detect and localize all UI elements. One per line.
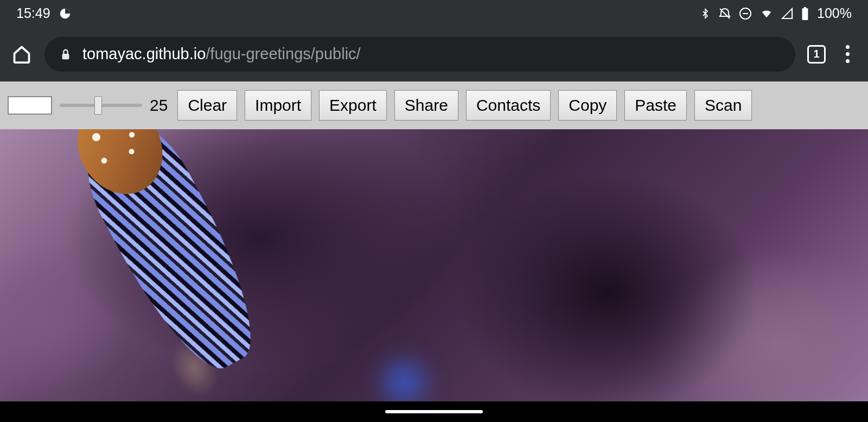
copy-button[interactable]: Copy <box>558 90 617 121</box>
url-path: /fugu-greetings/public/ <box>206 45 360 63</box>
dnd-icon <box>739 7 752 20</box>
status-left: 15:49 <box>16 5 71 21</box>
share-button[interactable]: Share <box>394 90 458 121</box>
url-display: tomayac.github.io/fugu-greetings/public/ <box>82 45 361 63</box>
android-status-bar: 15:49 100% <box>0 0 868 27</box>
svg-rect-5 <box>62 54 69 59</box>
canvas-area[interactable] <box>0 129 868 401</box>
wifi-icon <box>760 8 774 20</box>
tab-switcher-button[interactable]: 1 <box>807 45 826 64</box>
canvas-image <box>2 129 341 401</box>
battery-icon <box>801 7 809 21</box>
battery-percent: 100% <box>817 5 852 21</box>
mute-icon <box>718 7 731 20</box>
contacts-button[interactable]: Contacts <box>466 90 551 121</box>
gesture-pill[interactable] <box>385 410 483 413</box>
bluetooth-icon <box>700 7 711 21</box>
svg-rect-4 <box>804 7 806 9</box>
data-saver-icon <box>59 8 71 20</box>
import-button[interactable]: Import <box>245 90 311 121</box>
svg-rect-3 <box>802 8 808 20</box>
url-host: tomayac.github.io <box>82 45 206 63</box>
color-picker[interactable] <box>8 96 52 115</box>
clock-text: 15:49 <box>16 5 50 21</box>
brush-size-slider[interactable] <box>60 102 142 109</box>
paste-button[interactable]: Paste <box>624 90 687 121</box>
app-toolbar: 25 Clear Import Export Share Contacts Co… <box>0 81 868 129</box>
home-button[interactable] <box>11 43 33 65</box>
android-nav-bar <box>0 401 868 422</box>
status-right: 100% <box>700 5 852 21</box>
clear-button[interactable]: Clear <box>177 90 237 121</box>
brush-size-value: 25 <box>150 96 168 115</box>
scan-button[interactable]: Scan <box>694 90 752 121</box>
lock-icon <box>60 47 72 61</box>
tab-count-value: 1 <box>813 48 819 60</box>
signal-icon <box>781 8 793 20</box>
overflow-menu-button[interactable] <box>838 40 857 68</box>
address-bar[interactable]: tomayac.github.io/fugu-greetings/public/ <box>44 37 795 72</box>
export-button[interactable]: Export <box>319 90 387 121</box>
browser-toolbar: tomayac.github.io/fugu-greetings/public/… <box>0 27 868 81</box>
